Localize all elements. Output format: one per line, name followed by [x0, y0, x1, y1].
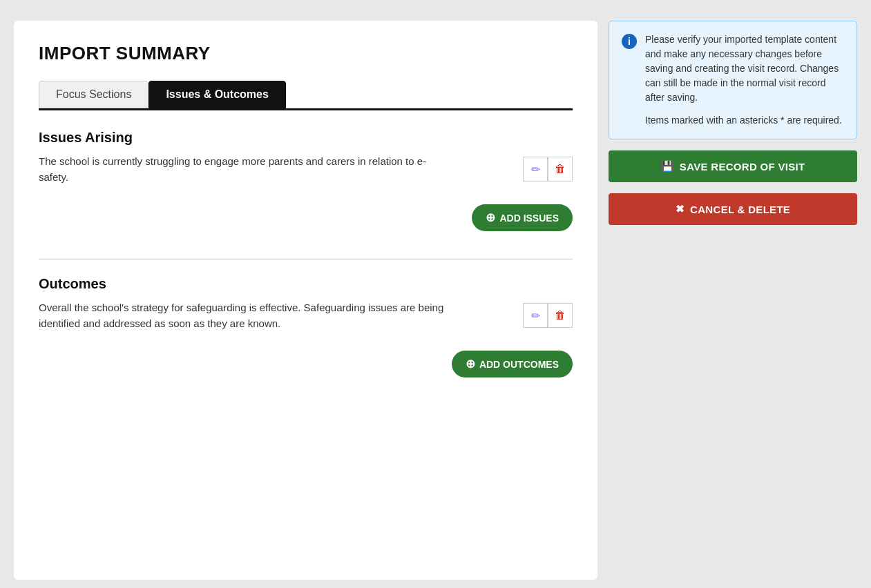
issues-action-buttons: ✏ 🗑: [523, 157, 573, 182]
add-issues-plus-icon: ⊕: [486, 210, 495, 225]
required-note: Items marked with an astericks * are req…: [645, 113, 844, 128]
save-record-button[interactable]: 💾 SAVE RECORD OF VISIT: [609, 150, 857, 182]
trash-outcome-icon: 🗑: [555, 309, 566, 322]
info-box: i Please verify your imported template c…: [609, 21, 857, 139]
issues-arising-row: The school is currently struggling to en…: [39, 154, 573, 185]
sidebar: i Please verify your imported template c…: [609, 21, 857, 580]
cancel-delete-button[interactable]: ✖ CANCEL & DELETE: [609, 193, 857, 225]
delete-issue-button[interactable]: 🗑: [548, 157, 573, 182]
save-icon: 💾: [661, 160, 674, 173]
outcomes-section: Outcomes Overall the school's strategy f…: [39, 276, 573, 378]
main-card: IMPORT SUMMARY Focus Sections Issues & O…: [14, 21, 597, 580]
add-outcomes-plus-icon: ⊕: [466, 357, 475, 371]
outcomes-title: Outcomes: [39, 276, 573, 292]
add-outcomes-button[interactable]: ⊕ ADD OUTCOMES: [452, 351, 573, 378]
issues-arising-title: Issues Arising: [39, 130, 573, 146]
cancel-icon: ✖: [676, 203, 685, 215]
section-divider: [39, 259, 573, 259]
info-text-container: Please verify your imported template con…: [645, 32, 844, 128]
edit-outcome-button[interactable]: ✏: [523, 303, 548, 328]
info-icon: i: [622, 34, 637, 49]
page-title: IMPORT SUMMARY: [39, 43, 573, 64]
edit-icon: ✏: [531, 163, 540, 176]
tab-issues-outcomes[interactable]: Issues & Outcomes: [149, 81, 286, 108]
trash-icon: 🗑: [555, 163, 566, 175]
edit-outcome-icon: ✏: [531, 309, 540, 322]
delete-outcome-button[interactable]: 🗑: [548, 303, 573, 328]
outcomes-text: Overall the school's strategy for safegu…: [39, 300, 453, 331]
tab-bar: Focus Sections Issues & Outcomes: [39, 81, 573, 110]
add-outcomes-label: ADD OUTCOMES: [479, 359, 559, 370]
edit-issue-button[interactable]: ✏: [523, 157, 548, 182]
add-issues-label: ADD ISSUES: [499, 213, 559, 224]
add-issues-button[interactable]: ⊕ ADD ISSUES: [472, 204, 573, 231]
issues-arising-section: Issues Arising The school is currently s…: [39, 130, 573, 231]
save-record-label: SAVE RECORD OF VISIT: [680, 161, 805, 173]
cancel-delete-label: CANCEL & DELETE: [690, 204, 790, 215]
issues-arising-text: The school is currently struggling to en…: [39, 154, 453, 185]
outcomes-row: Overall the school's strategy for safegu…: [39, 300, 573, 331]
info-main-text: Please verify your imported template con…: [645, 34, 839, 103]
outcomes-action-buttons: ✏ 🗑: [523, 303, 573, 328]
tab-focus-sections[interactable]: Focus Sections: [39, 81, 149, 108]
